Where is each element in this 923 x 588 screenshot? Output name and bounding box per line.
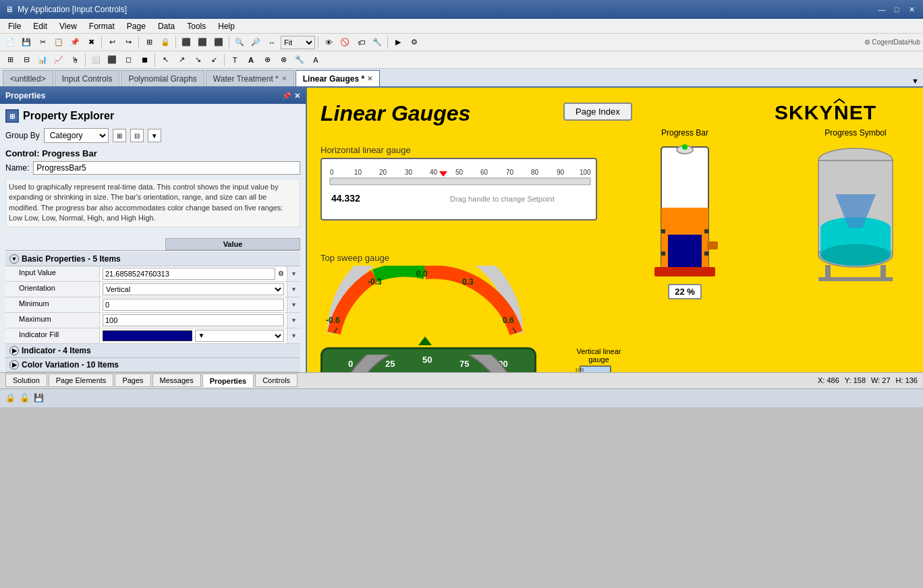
menu-help[interactable]: Help [213, 20, 240, 32]
tb-save[interactable]: 💾 [19, 35, 34, 50]
tb-redo[interactable]: ↪ [121, 35, 136, 50]
maximize-btn[interactable]: □ [891, 4, 903, 15]
bottom-lock-icon[interactable]: 🔒 [5, 393, 16, 403]
menu-tools[interactable]: Tools [181, 20, 211, 32]
tb-cut[interactable]: ✂ [35, 35, 50, 50]
tb2-16[interactable]: 🔧 [292, 53, 307, 67]
tb2-text[interactable]: T [227, 53, 242, 67]
close-btn[interactable]: ✕ [905, 4, 918, 15]
tb-align-r[interactable]: ⬛ [211, 35, 226, 50]
svg-text:NET: NET [834, 101, 876, 123]
pe-icon-btn-3[interactable]: ▼ [148, 129, 161, 142]
prop-arrow-orientation[interactable]: ▼ [287, 282, 300, 297]
tab-linear-gauges-close[interactable]: ✕ [367, 75, 372, 82]
sweep-gauge-section: Top sweep gauge -0.6 -0.3 0.0 0.3 0.6 [320, 253, 530, 349]
tb-align-l[interactable]: ⬛ [179, 35, 194, 50]
prop-arrow-maximum[interactable]: ▼ [287, 313, 300, 328]
page-index-btn[interactable]: Page Index [563, 102, 632, 121]
pe-icon-btn-2[interactable]: ⊟ [130, 129, 144, 142]
menu-view[interactable]: View [54, 20, 82, 32]
panel-pin[interactable]: 📌 [282, 92, 291, 100]
tb-no[interactable]: 🚫 [337, 35, 352, 50]
tab-water-treatment-close[interactable]: ✕ [281, 75, 287, 82]
svg-text:100: 100 [575, 367, 584, 372]
tb2-3[interactable]: 📊 [35, 53, 50, 67]
tb-delete[interactable]: ✖ [84, 35, 99, 50]
tb2-bold[interactable]: A [244, 53, 258, 67]
orientation-select[interactable]: VerticalHorizontal [103, 283, 284, 295]
section-color-variation[interactable]: ▶ Color Variation - 10 Items [5, 358, 300, 372]
color-swatch-indicator[interactable] [103, 330, 192, 341]
status-tab-controls[interactable]: Controls [255, 374, 298, 387]
menu-file[interactable]: File [3, 20, 26, 32]
tab-water-treatment[interactable]: Water Treatment * ✕ [206, 70, 294, 86]
tb2-15[interactable]: ⊗ [276, 53, 291, 67]
maximum-field[interactable] [103, 314, 284, 326]
tb2-4[interactable]: 📈 [51, 53, 66, 67]
menu-edit[interactable]: Edit [28, 20, 53, 32]
group-by-select[interactable]: Category Alphabetical [44, 128, 109, 143]
tb-zoom-out[interactable]: 🔎 [248, 35, 263, 50]
tb2-11[interactable]: ↗ [174, 53, 189, 67]
tb2-8[interactable]: ◻ [121, 53, 136, 67]
tb-copy[interactable]: 📋 [51, 35, 66, 50]
bottom-save-icon[interactable]: 💾 [34, 393, 44, 403]
input-value-gear[interactable]: ⚙ [278, 270, 284, 277]
tab-polynomial-graphs[interactable]: Polynomial Graphs [121, 70, 204, 86]
status-tab-page-elements[interactable]: Page Elements [49, 374, 114, 387]
status-tab-solution[interactable]: Solution [5, 374, 47, 387]
tb-zoom-pan[interactable]: ↔ [264, 35, 279, 50]
tb-settings[interactable]: ⚙ [407, 35, 422, 50]
menu-format[interactable]: Format [84, 20, 120, 32]
tab-linear-gauges[interactable]: Linear Gauges * ✕ [296, 70, 380, 86]
tb2-14[interactable]: ⊕ [260, 53, 275, 67]
minimum-field[interactable] [103, 299, 284, 311]
tb-wrench[interactable]: 🔧 [370, 35, 385, 50]
name-input[interactable] [33, 161, 300, 175]
svg-text:30: 30 [405, 169, 413, 176]
tb-play[interactable]: ▶ [391, 35, 405, 50]
tb-zoom-in[interactable]: 🔍 [232, 35, 247, 50]
tb2-5[interactable]: 🖱 [67, 53, 82, 67]
section-indicator[interactable]: ▶ Indicator - 4 Items [5, 344, 300, 358]
bottom-unlock-icon[interactable]: 🔓 [20, 393, 30, 403]
prop-arrow-minimum[interactable]: ▼ [287, 297, 300, 312]
status-tab-messages[interactable]: Messages [152, 374, 201, 387]
pe-icon-btn-1[interactable]: ⊞ [113, 129, 126, 142]
tab-overflow[interactable]: ▼ [907, 76, 923, 86]
prop-arrow-indicator-fill[interactable]: ▼ [287, 328, 300, 343]
tb2-10[interactable]: ↖ [158, 53, 173, 67]
input-value-field[interactable] [103, 268, 275, 280]
zoom-select[interactable]: Fit100%75% [281, 36, 315, 49]
skkynet-svg: SKKY NET [775, 98, 910, 125]
tb-lock[interactable]: 🔒 [158, 35, 173, 50]
tb2-13[interactable]: ↙ [206, 53, 221, 67]
tb-align-c[interactable]: ⬛ [195, 35, 210, 50]
section-basic[interactable]: ▼ Basic Properties - 5 Items [5, 252, 300, 266]
status-tab-properties[interactable]: Properties [202, 374, 254, 387]
menu-page[interactable]: Page [121, 20, 151, 32]
tb2-2[interactable]: ⊟ [19, 53, 34, 67]
tb-paste[interactable]: 📌 [67, 35, 82, 50]
minimize-btn[interactable]: — [876, 4, 888, 15]
tb-eye[interactable]: 👁 [321, 35, 336, 50]
status-tab-pages[interactable]: Pages [115, 374, 150, 387]
pb-section-label: Progress Bar [648, 128, 722, 138]
panel-close[interactable]: ✕ [294, 92, 300, 100]
tb2-6[interactable]: ⬜ [88, 53, 103, 67]
tb-new[interactable]: 📄 [3, 35, 18, 50]
tb2-17[interactable]: A [308, 53, 323, 67]
tb-undo[interactable]: ↩ [105, 35, 119, 50]
tab-input-controls[interactable]: Input Controls [55, 70, 120, 86]
tb-grid[interactable]: ⊞ [142, 35, 157, 50]
tab-untitled[interactable]: <untitled> [3, 70, 53, 86]
prop-arrow-input-value[interactable]: ▼ [287, 266, 300, 281]
tb2-7[interactable]: ⬛ [105, 53, 119, 67]
tb2-9[interactable]: ◼ [137, 53, 152, 67]
menu-data[interactable]: Data [152, 20, 180, 32]
name-row: Name: [5, 161, 300, 175]
tb2-12[interactable]: ↘ [190, 53, 205, 67]
tb2-1[interactable]: ⊞ [3, 53, 18, 67]
tb-tag[interactable]: 🏷 [354, 35, 368, 50]
color-dropdown[interactable]: ▼ [195, 330, 285, 342]
